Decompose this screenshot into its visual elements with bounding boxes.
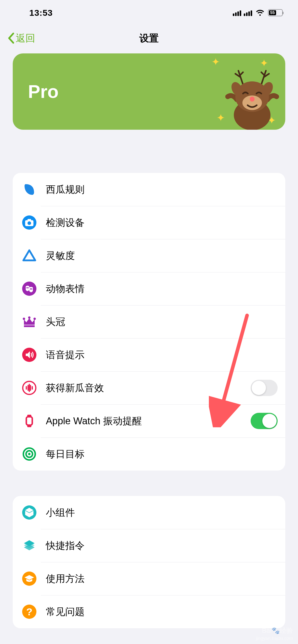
back-button[interactable]: 返回: [8, 32, 35, 45]
row-crown[interactable]: 头冠: [13, 305, 285, 338]
svg-point-16: [28, 316, 30, 319]
row-new-melon-sound: 获得新瓜音效: [13, 371, 285, 404]
svg-point-12: [28, 287, 29, 288]
row-label: 灵敏度: [46, 249, 278, 262]
back-label: 返回: [16, 32, 35, 45]
row-sensitivity[interactable]: 灵敏度: [13, 239, 285, 272]
wifi-icon: [256, 8, 264, 17]
pro-label: Pro: [28, 81, 59, 102]
cellular-signal2-icon: [244, 9, 252, 16]
deer-illustration: ✦ ✦ ✦ ✦: [209, 53, 285, 130]
row-label: Apple Watch 振动提醒: [46, 415, 251, 428]
row-label: 快捷指令: [46, 539, 278, 552]
row-watermelon-rules[interactable]: 西瓜规则: [13, 173, 285, 206]
masks-icon: [20, 280, 38, 298]
status-indicators: 55: [233, 8, 283, 17]
row-label: 语音提示: [46, 348, 278, 361]
row-animal-emoji[interactable]: 动物表情: [13, 272, 285, 305]
camera-icon: [20, 214, 38, 231]
row-widget[interactable]: 小组件: [13, 496, 285, 529]
row-daily-goal[interactable]: 每日目标: [13, 437, 285, 471]
layers-icon: [20, 537, 38, 554]
cube-icon: [20, 504, 38, 521]
speaker-icon: [20, 346, 38, 364]
row-label: 动物表情: [46, 282, 278, 295]
row-shortcuts[interactable]: 快捷指令: [13, 529, 285, 562]
row-detect-device[interactable]: 检测设备: [13, 206, 285, 239]
status-bar: 13:53 55: [0, 0, 298, 25]
apple-watch-haptic-toggle[interactable]: [251, 413, 278, 429]
crown-icon: [20, 313, 38, 331]
page-title: 设置: [139, 32, 159, 45]
row-label: 获得新瓜音效: [46, 382, 251, 394]
row-label: 头冠: [46, 315, 278, 328]
soundwave-icon: [20, 379, 38, 397]
chevron-left-icon: [8, 33, 14, 44]
svg-point-11: [26, 287, 28, 288]
apple-watch-icon: [20, 412, 38, 430]
triangle-icon: [20, 247, 38, 265]
status-time: 13:53: [29, 8, 53, 18]
row-voice-prompt[interactable]: 语音提示: [13, 338, 285, 371]
row-faq[interactable]: ? 常见问题: [13, 595, 285, 628]
target-icon: [20, 445, 38, 463]
battery-icon: 55: [268, 9, 283, 16]
svg-point-30: [28, 453, 30, 455]
question-icon: ?: [20, 603, 38, 621]
svg-text:?: ?: [26, 606, 32, 617]
svg-point-9: [28, 221, 31, 225]
svg-point-17: [33, 318, 36, 320]
svg-rect-27: [27, 425, 31, 427]
row-label: 使用方法: [46, 572, 278, 585]
nav-bar: 返回 设置: [0, 25, 298, 51]
cellular-signal-icon: [233, 9, 241, 16]
row-how-to-use[interactable]: 使用方法: [13, 562, 285, 595]
row-label: 小组件: [46, 506, 278, 519]
battery-level: 55: [269, 10, 276, 15]
svg-rect-8: [28, 219, 31, 221]
svg-rect-26: [27, 415, 31, 417]
row-label: 西瓜规则: [46, 183, 278, 196]
svg-point-13: [30, 288, 31, 290]
row-label: 检测设备: [46, 216, 278, 229]
row-label: 每日目标: [46, 448, 278, 461]
graduation-cap-icon: [20, 570, 38, 588]
svg-point-5: [250, 97, 254, 101]
settings-section-1: 西瓜规则 检测设备 灵敏度 动物表情 头冠 语音提示 获得新瓜音效: [13, 173, 285, 471]
svg-rect-25: [26, 417, 32, 425]
new-melon-sound-toggle[interactable]: [251, 380, 278, 396]
svg-point-14: [31, 288, 32, 290]
svg-point-15: [23, 318, 25, 320]
leaf-icon: [20, 181, 38, 198]
watermark: Bai🐾经验 jingyan.baidu.com: [256, 627, 293, 641]
settings-section-2: 小组件 快捷指令 使用方法 ? 常见问题: [13, 496, 285, 628]
pro-card[interactable]: Pro ✦ ✦ ✦ ✦: [13, 53, 285, 130]
row-label: 常见问题: [46, 605, 278, 618]
row-apple-watch-haptic: Apple Watch 振动提醒: [13, 404, 285, 437]
